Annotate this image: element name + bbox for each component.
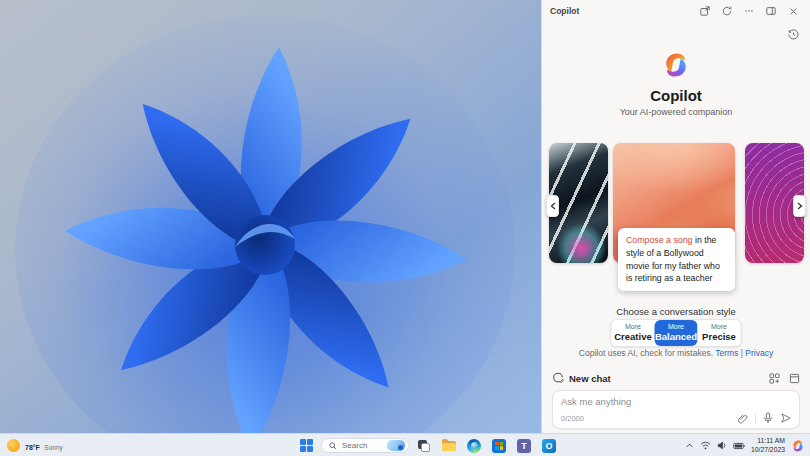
taskbar-clock[interactable]: 11:11 AM 10/27/2023 <box>751 437 785 453</box>
prompt-highlight: Compose a song <box>626 235 693 245</box>
new-chat-button[interactable]: New chat <box>552 372 611 384</box>
style-option-line2: Precise <box>698 331 741 342</box>
new-chat-row: New chat <box>552 370 800 386</box>
sun-icon <box>7 439 20 452</box>
copilot-panel-header: Copilot <box>542 0 810 22</box>
chat-tools <box>769 373 800 384</box>
weather-temperature: 78°F <box>25 444 40 451</box>
send-icon[interactable] <box>780 412 792 424</box>
style-option-line1: More <box>655 323 698 330</box>
carousel-next-icon[interactable] <box>793 195 806 217</box>
windows-logo-icon <box>300 439 313 452</box>
conversation-style-toggle: More Creative More Balanced More Precise <box>611 319 742 347</box>
chat-input-box: 0/2000 <box>552 390 800 429</box>
search-icon <box>329 442 337 450</box>
outlook-button[interactable]: O <box>539 436 559 455</box>
microsoft-store-button[interactable] <box>489 436 509 455</box>
privacy-link[interactable]: Privacy <box>745 348 773 358</box>
clock-time: 11:11 AM <box>751 437 785 445</box>
close-icon[interactable] <box>784 3 802 19</box>
system-tray: 11:11 AM 10/27/2023 <box>685 434 805 456</box>
taskbar-search-box[interactable]: Search <box>321 438 409 453</box>
desktop-wallpaper[interactable] <box>0 0 541 433</box>
notebook-layout-icon[interactable] <box>789 373 800 384</box>
weather-widget[interactable]: 78°F Sunny <box>7 436 63 454</box>
file-explorer-button[interactable] <box>439 436 459 455</box>
conversation-style-label: Choose a conversation style <box>542 306 810 317</box>
style-option-line1: More <box>612 323 655 330</box>
chat-input-footer: 0/2000 <box>561 412 792 424</box>
new-chat-label: New chat <box>569 373 611 384</box>
copilot-panel: Copilot <box>541 0 810 433</box>
attach-file-icon[interactable] <box>737 413 748 424</box>
more-options-icon[interactable] <box>740 3 758 19</box>
suggestion-carousel: Compose a song in the style of a Bollywo… <box>542 143 810 267</box>
copilot-subtitle: Your AI-powered companion <box>542 107 810 117</box>
search-label: Search <box>342 441 367 450</box>
teams-icon: T <box>517 439 531 453</box>
carousel-prev-icon[interactable] <box>546 195 559 217</box>
copilot-logo-icon <box>661 50 691 80</box>
bloom-wallpaper-art <box>0 0 541 433</box>
copilot-taskbar-icon[interactable] <box>791 439 805 453</box>
search-highlights-icon[interactable] <box>387 440 405 451</box>
volume-icon[interactable] <box>717 441 727 450</box>
ai-disclaimer: Copilot uses AI, check for mistakes. Ter… <box>542 348 810 358</box>
taskbar-center: Search T O <box>296 434 559 456</box>
style-option-precise[interactable]: More Precise <box>698 320 741 346</box>
style-option-line2: Balanced <box>655 331 698 342</box>
file-explorer-icon <box>442 439 456 453</box>
wifi-icon[interactable] <box>700 441 711 450</box>
open-in-window-icon[interactable] <box>696 3 714 19</box>
disclaimer-text: Copilot uses AI, check for mistakes. <box>579 348 715 358</box>
edge-icon <box>467 439 481 453</box>
taskbar: 78°F Sunny Search <box>0 433 810 456</box>
plugins-grid-icon[interactable] <box>769 373 780 384</box>
edge-browser-button[interactable] <box>464 436 484 455</box>
windows-desktop-screen: Copilot <box>0 0 810 456</box>
divider <box>755 413 756 423</box>
task-view-icon <box>417 439 431 453</box>
new-chat-icon <box>552 372 564 384</box>
start-button[interactable] <box>296 436 316 455</box>
task-view-button[interactable] <box>414 436 434 455</box>
style-option-creative[interactable]: More Creative <box>612 320 655 346</box>
copilot-hero: Copilot Your AI-powered companion <box>542 50 810 117</box>
microphone-icon[interactable] <box>763 412 773 424</box>
style-option-line2: Creative <box>612 331 655 342</box>
copilot-title: Copilot <box>542 87 810 104</box>
panel-header-actions <box>696 3 802 19</box>
outlook-icon: O <box>542 439 556 453</box>
refresh-icon[interactable] <box>718 3 736 19</box>
style-option-balanced[interactable]: More Balanced <box>655 320 698 346</box>
weather-condition: Sunny <box>44 444 62 451</box>
chat-input-actions <box>737 412 792 424</box>
prompt-suggestion-card[interactable]: Compose a song in the style of a Bollywo… <box>618 228 735 291</box>
terms-link[interactable]: Terms <box>715 348 738 358</box>
character-counter: 0/2000 <box>561 414 584 423</box>
style-option-line1: More <box>698 323 741 330</box>
dock-panel-icon[interactable] <box>762 3 780 19</box>
chat-input[interactable] <box>561 396 791 412</box>
chat-history-icon[interactable] <box>785 27 801 41</box>
tray-chevron-up-icon[interactable] <box>685 441 694 450</box>
panel-title: Copilot <box>550 6 579 16</box>
microsoft-store-icon <box>492 439 506 453</box>
battery-icon[interactable] <box>733 442 745 450</box>
chat-compose-area: New chat 0/2000 <box>552 370 800 429</box>
teams-button[interactable]: T <box>514 436 534 455</box>
clock-date: 10/27/2023 <box>751 446 785 454</box>
